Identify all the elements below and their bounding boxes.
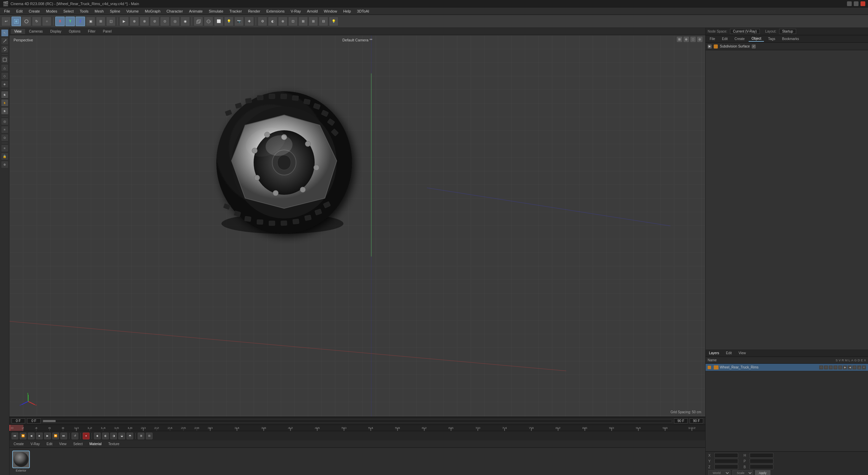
frame-input-end2[interactable]: 90 F	[690, 418, 703, 423]
menu-extensions[interactable]: Extensions	[263, 8, 287, 14]
toolbar-render-view[interactable]: ▶	[119, 17, 129, 26]
menu-select[interactable]: Select	[61, 8, 77, 14]
play-to-end[interactable]: ⏭	[60, 433, 67, 439]
viewport-icon-4[interactable]: ⊘	[697, 37, 703, 42]
li-2[interactable]: □	[824, 365, 828, 369]
rptab-file[interactable]: File	[707, 36, 718, 41]
viewport-tab-display[interactable]: Display	[47, 29, 65, 34]
play-prev-frame[interactable]: ⏪	[20, 433, 26, 439]
play-to-start[interactable]: ⏮	[12, 433, 18, 439]
p-rotation-input[interactable]	[750, 459, 773, 463]
toolbar-light[interactable]: 💡	[224, 17, 234, 26]
x-position-input[interactable]	[714, 453, 738, 458]
close-button[interactable]	[861, 1, 865, 6]
menu-window[interactable]: Window	[321, 8, 340, 14]
menu-render[interactable]: Render	[245, 8, 263, 14]
tool-s3[interactable]: S	[1, 107, 8, 115]
menu-tracker[interactable]: Tracker	[227, 8, 245, 14]
toolbar-select-mode[interactable]: ○	[42, 17, 52, 26]
li-5[interactable]: □	[838, 365, 842, 369]
transform-scale-select[interactable]: Scale	[732, 470, 753, 475]
tool-circle[interactable]: ◎	[1, 118, 8, 125]
material-thumb-exterior[interactable]	[12, 451, 30, 468]
li-6[interactable]: ▶	[843, 365, 847, 369]
ltab-layers[interactable]: Layers	[707, 350, 721, 356]
play-anim1[interactable]: ◐	[102, 433, 109, 439]
rptab-bookmarks[interactable]: Bookmarks	[779, 36, 802, 41]
viewport[interactable]: Perspective Default Camera ** Grid Spaci…	[9, 35, 705, 417]
y-position-input[interactable]	[714, 459, 738, 463]
right-panel-top-content[interactable]	[706, 50, 868, 349]
toolbar-z-axis[interactable]: Z	[76, 17, 85, 26]
mat-tab-material[interactable]: Material	[87, 441, 104, 446]
menu-animate[interactable]: Animate	[186, 8, 205, 14]
toolbar-vray4[interactable]: ⊡	[288, 17, 298, 26]
toolbar-null[interactable]: ✚	[244, 17, 254, 26]
node-space-value[interactable]: Current (V-Ray)	[730, 29, 760, 34]
b-rotation-input[interactable]	[750, 464, 773, 469]
subdiv-fold-icon[interactable]: ▶	[708, 44, 712, 49]
play-backward[interactable]: ◀	[28, 433, 35, 439]
mat-tab-select[interactable]: Select	[71, 441, 85, 446]
tool-paint[interactable]: ⊙	[1, 134, 8, 141]
rptab-edit[interactable]: Edit	[719, 36, 730, 41]
play-keyframe[interactable]: ◆	[94, 433, 101, 439]
mat-tab-texture[interactable]: Texture	[105, 441, 122, 446]
play-forward[interactable]: ▶	[44, 433, 51, 439]
toolbar-interactive-render[interactable]: ⊙	[160, 17, 170, 26]
toolbar-model-mode[interactable]	[12, 17, 21, 26]
tool-layers[interactable]: ≡	[1, 145, 8, 152]
maximize-button[interactable]	[854, 1, 859, 6]
toolbar-undo[interactable]: ↩	[1, 17, 11, 26]
menu-help[interactable]: Help	[340, 8, 354, 14]
play-anim4[interactable]: ◓	[126, 433, 133, 439]
viewport-icon-2[interactable]: ⊕	[684, 37, 689, 42]
li-4[interactable]: □	[833, 365, 837, 369]
menu-arnold[interactable]: Arnold	[304, 8, 320, 14]
viewport-icon-1[interactable]: ⊞	[677, 37, 682, 42]
mat-tab-view[interactable]: View	[56, 441, 69, 446]
menu-modes[interactable]: Modes	[43, 8, 60, 14]
tool-rotate[interactable]	[1, 45, 8, 53]
tool-vertex[interactable]: ◈	[1, 80, 8, 88]
menu-3dtoai[interactable]: 3DToAI	[354, 8, 372, 14]
rptab-object[interactable]: Object	[749, 36, 764, 42]
toolbar-render-settings[interactable]: ⊗	[140, 17, 149, 26]
menu-volume[interactable]: Volume	[124, 8, 142, 14]
toolbar-workplane[interactable]: ◫	[106, 17, 116, 26]
menu-create[interactable]: Create	[26, 8, 43, 14]
mat-tab-vray[interactable]: V-Ray	[28, 441, 42, 446]
menu-edit[interactable]: Edit	[14, 8, 25, 14]
li-8[interactable]: □	[852, 365, 856, 369]
menu-vray[interactable]: V-Ray	[288, 8, 303, 14]
rptab-tags[interactable]: Tags	[765, 36, 778, 41]
toolbar-vray6[interactable]: ⊞	[309, 17, 318, 26]
li-7[interactable]: ◀	[848, 365, 852, 369]
toolbar-vray7[interactable]: ⊟	[319, 17, 328, 26]
play-next-frame[interactable]: ⏩	[52, 433, 59, 439]
menu-character[interactable]: Character	[164, 8, 185, 14]
tool-polygon[interactable]: △	[1, 64, 8, 72]
play-anim3[interactable]: ◒	[118, 433, 125, 439]
viewport-tab-panel[interactable]: Panel	[100, 29, 115, 34]
tool-settings[interactable]: ⊕	[1, 161, 8, 168]
transform-world-select[interactable]: World Object	[708, 470, 730, 475]
toolbar-vray3[interactable]: ⊕	[278, 17, 288, 26]
toolbar-light-icon[interactable]: 💡	[329, 17, 338, 26]
mat-tab-edit[interactable]: Edit	[44, 441, 55, 446]
toolbar-rotate-mode[interactable]: ↻	[32, 17, 41, 26]
menu-simulate[interactable]: Simulate	[206, 8, 226, 14]
toolbar-vray2[interactable]: ◐	[268, 17, 277, 26]
timeline-scroll[interactable]	[43, 420, 672, 422]
toolbar-vray1[interactable]: ⚙	[258, 17, 267, 26]
viewport-tab-view[interactable]: View	[11, 29, 25, 34]
li-1[interactable]: □	[819, 365, 823, 369]
viewport-tab-filter[interactable]: Filter	[84, 29, 99, 34]
li-10[interactable]: ✕	[862, 365, 866, 369]
h-rotation-input[interactable]	[750, 453, 773, 458]
viewport-tab-cameras[interactable]: Cameras	[26, 29, 46, 34]
toolbar-snap[interactable]: ⊞	[96, 17, 105, 26]
toolbar-cube[interactable]	[194, 17, 203, 26]
toolbar-render-queue[interactable]: ⊘	[150, 17, 159, 26]
rptab-create[interactable]: Create	[732, 36, 747, 41]
